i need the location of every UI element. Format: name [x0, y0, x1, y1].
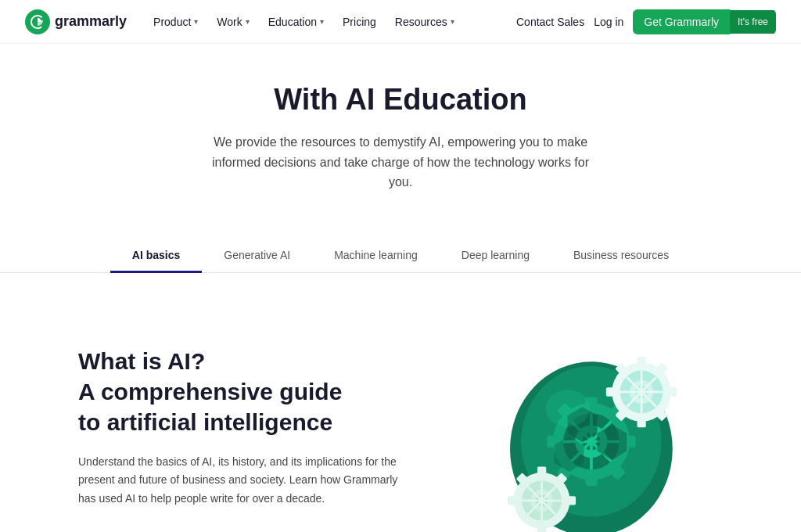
hero-title: With AI Education [25, 83, 776, 117]
svg-rect-27 [665, 387, 677, 396]
tab-machine-learning[interactable]: Machine learning [312, 239, 440, 273]
logo-text: grammarly [55, 13, 127, 30]
tab-generative-ai[interactable]: Generative AI [202, 239, 312, 273]
nav-pricing[interactable]: Pricing [335, 11, 384, 33]
contact-sales-link[interactable]: Contact Sales [516, 16, 584, 28]
hero-section: With AI Education We provide the resourc… [0, 44, 801, 216]
ai-illustration [457, 312, 723, 532]
lightbulb-svg [465, 312, 715, 532]
article-description: Understand the basics of AI, its history… [78, 453, 410, 509]
login-link[interactable]: Log in [594, 16, 623, 28]
nav-work[interactable]: Work ▾ [209, 11, 257, 33]
chevron-down-icon: ▾ [320, 17, 324, 26]
nav-product[interactable]: Product ▾ [145, 11, 206, 33]
svg-rect-43 [564, 496, 576, 505]
nav-resources[interactable]: Resources ▾ [387, 11, 462, 33]
tab-deep-learning[interactable]: Deep learning [440, 239, 551, 273]
nav-right: Contact Sales Log in Get Grammarly It's … [516, 9, 776, 34]
grammarly-logo-icon [25, 9, 50, 34]
svg-rect-26 [637, 415, 645, 427]
content-text-block: What is AI? A comprehensive guide to art… [78, 346, 410, 532]
category-tabs: AI basics Generative AI Machine learning… [0, 239, 801, 273]
svg-rect-28 [606, 387, 618, 396]
article-title: What is AI? A comprehensive guide to art… [78, 346, 410, 437]
chevron-down-icon: ▾ [451, 17, 454, 26]
logo[interactable]: grammarly [25, 9, 127, 34]
svg-rect-25 [637, 356, 645, 368]
main-content: What is AI? A comprehensive guide to art… [0, 273, 801, 532]
svg-point-56 [545, 390, 590, 426]
nav-links: Product ▾ Work ▾ Education ▾ Pricing Res… [145, 11, 516, 33]
navbar: grammarly Product ▾ Work ▾ Education ▾ P… [0, 0, 801, 44]
hero-subtitle: We provide the resources to demystify AI… [205, 132, 596, 192]
chevron-down-icon: ▾ [194, 17, 198, 26]
tab-ai-basics[interactable]: AI basics [110, 239, 202, 273]
get-grammarly-button[interactable]: Get Grammarly It's free [633, 9, 776, 34]
nav-education[interactable]: Education ▾ [260, 11, 332, 33]
svg-rect-41 [537, 466, 546, 478]
svg-rect-44 [508, 496, 519, 505]
svg-rect-42 [537, 523, 546, 532]
chevron-down-icon: ▾ [246, 17, 250, 26]
tab-business-resources[interactable]: Business resources [551, 239, 691, 273]
svg-rect-10 [585, 471, 597, 486]
